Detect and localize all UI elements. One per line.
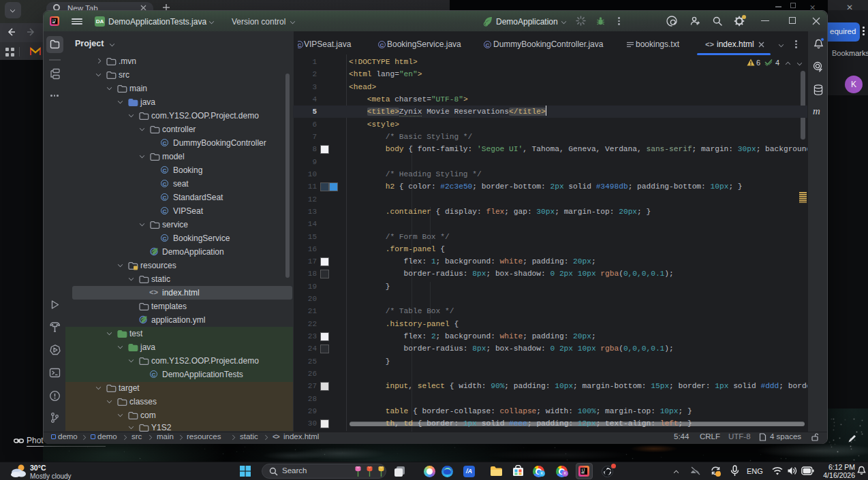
svg-text:IJ: IJ [581, 468, 585, 473]
